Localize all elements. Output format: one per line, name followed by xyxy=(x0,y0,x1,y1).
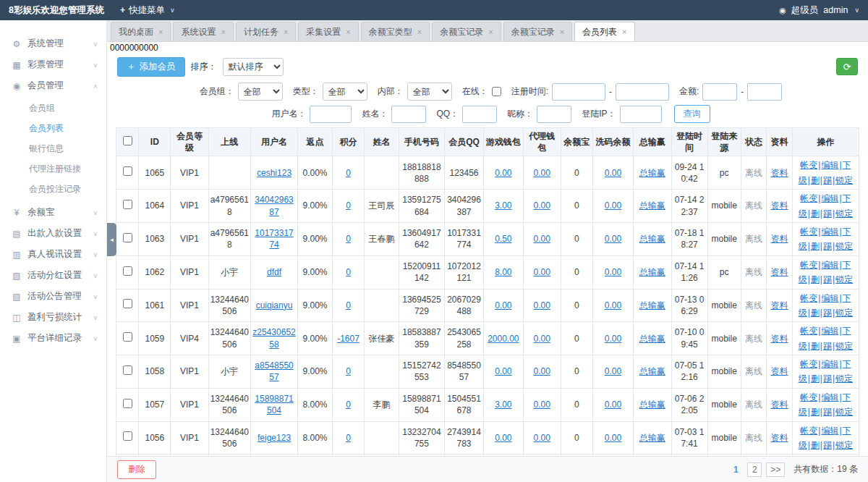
action-kick-link[interactable]: 踢 xyxy=(823,241,832,251)
agent-wallet-link[interactable]: 0.00 xyxy=(534,234,550,244)
close-icon[interactable]: × xyxy=(560,28,564,36)
sidebar-item-lottery[interactable]: ▦彩票管理∨ xyxy=(0,54,106,75)
regtime-end-input[interactable] xyxy=(616,83,669,101)
action-lock-link[interactable]: 锁定 xyxy=(835,440,853,450)
username-link[interactable]: dfdf xyxy=(267,267,281,277)
winloss-link[interactable]: 总输赢 xyxy=(639,234,665,244)
game-wallet-link[interactable]: 0.00 xyxy=(495,300,511,310)
action-delete-link[interactable]: 删 xyxy=(811,440,820,450)
action-delete-link[interactable]: 删 xyxy=(811,175,820,185)
username-link[interactable]: z2543065258 xyxy=(252,327,295,349)
action-edit-link[interactable]: 编辑 xyxy=(821,426,838,436)
close-icon[interactable]: × xyxy=(417,28,422,36)
row-checkbox[interactable] xyxy=(123,200,132,209)
tab-system-settings[interactable]: 系统设置× xyxy=(173,22,233,41)
action-edit-link[interactable]: 编辑 xyxy=(821,359,838,369)
internal-select[interactable]: 全部 xyxy=(407,83,452,101)
close-icon[interactable]: × xyxy=(488,28,493,36)
user-menu[interactable]: ◉ 超级员 admin ∨ xyxy=(779,4,859,17)
winloss-link[interactable]: 总输赢 xyxy=(639,300,665,310)
wash-balance-link[interactable]: 0.00 xyxy=(605,234,621,244)
action-edit-link[interactable]: 编辑 xyxy=(821,260,838,270)
profile-link[interactable]: 资料 xyxy=(771,168,788,178)
action-delete-link[interactable]: 删 xyxy=(811,208,820,219)
name-input[interactable] xyxy=(391,106,426,123)
action-lock-link[interactable]: 锁定 xyxy=(835,274,853,284)
row-checkbox[interactable] xyxy=(123,399,132,408)
username-link[interactable]: a854855057 xyxy=(255,360,293,382)
action-delete-link[interactable]: 删 xyxy=(811,274,820,284)
action-lock-link[interactable]: 锁定 xyxy=(835,208,853,219)
points-link[interactable]: 0 xyxy=(346,433,351,443)
action-delete-link[interactable]: 删 xyxy=(811,308,820,318)
wash-balance-link[interactable]: 0.00 xyxy=(605,399,621,410)
points-link[interactable]: 0 xyxy=(346,366,351,376)
wash-balance-link[interactable]: 0.00 xyxy=(605,334,621,344)
tab-yuebao-records-2[interactable]: 余额宝记录× xyxy=(503,22,572,41)
close-icon[interactable]: × xyxy=(346,28,350,36)
row-checkbox[interactable] xyxy=(123,365,132,375)
tab-collection-settings[interactable]: 采集设置× xyxy=(298,22,358,41)
sidebar-item-live-video[interactable]: ▥真人视讯设置∨ xyxy=(0,244,106,265)
action-account-change-link[interactable]: 帐变 xyxy=(800,293,817,303)
action-kick-link[interactable]: 踢 xyxy=(823,407,832,417)
action-delete-link[interactable]: 删 xyxy=(811,241,820,251)
points-link[interactable]: 0 xyxy=(346,200,351,211)
points-link[interactable]: -1607 xyxy=(337,334,359,344)
sidebar-item-profit-stats[interactable]: ◫盈利亏损统计∨ xyxy=(0,307,106,328)
wash-balance-link[interactable]: 0.00 xyxy=(605,200,621,211)
action-edit-link[interactable]: 编辑 xyxy=(821,392,838,402)
action-delete-link[interactable]: 删 xyxy=(811,373,820,384)
points-link[interactable]: 0 xyxy=(346,399,351,410)
username-link[interactable]: 1017331774 xyxy=(255,228,293,250)
action-account-change-link[interactable]: 帐变 xyxy=(800,227,817,237)
row-checkbox[interactable] xyxy=(123,431,132,441)
agent-wallet-link[interactable]: 0.00 xyxy=(534,168,550,178)
username-link[interactable]: feige123 xyxy=(258,433,291,443)
action-lock-link[interactable]: 锁定 xyxy=(835,175,853,185)
wash-balance-link[interactable]: 0.00 xyxy=(605,366,621,376)
action-account-change-link[interactable]: 帐变 xyxy=(800,260,817,270)
page-next[interactable]: >> xyxy=(766,462,785,477)
wash-balance-link[interactable]: 0.00 xyxy=(605,433,621,443)
sort-select[interactable]: 默认排序 xyxy=(223,58,284,76)
agent-wallet-link[interactable]: 0.00 xyxy=(534,399,550,410)
action-delete-link[interactable]: 删 xyxy=(811,341,820,351)
action-lock-link[interactable]: 锁定 xyxy=(835,341,853,351)
agent-wallet-link[interactable]: 0.00 xyxy=(534,334,550,344)
action-kick-link[interactable]: 踢 xyxy=(823,308,832,318)
sidebar-item-system[interactable]: ⚙系统管理∨ xyxy=(0,33,106,54)
sidebar-subitem-member-bet-records[interactable]: 会员投注记录 xyxy=(0,179,106,199)
action-edit-link[interactable]: 编辑 xyxy=(821,227,838,237)
tab-desktop[interactable]: 我的桌面× xyxy=(111,22,171,41)
profile-link[interactable]: 资料 xyxy=(771,267,788,277)
game-wallet-link[interactable]: 3.00 xyxy=(495,399,511,410)
action-edit-link[interactable]: 编辑 xyxy=(821,193,838,203)
action-account-change-link[interactable]: 帐变 xyxy=(800,160,817,170)
action-account-change-link[interactable]: 帐变 xyxy=(800,193,817,203)
winloss-link[interactable]: 总输赢 xyxy=(639,366,665,376)
action-account-change-link[interactable]: 帐变 xyxy=(800,326,817,336)
row-checkbox[interactable] xyxy=(123,332,132,342)
agent-wallet-link[interactable]: 0.00 xyxy=(534,267,550,277)
profile-link[interactable]: 资料 xyxy=(771,200,788,211)
action-kick-link[interactable]: 踢 xyxy=(823,341,832,351)
points-link[interactable]: 0 xyxy=(346,168,351,178)
row-checkbox[interactable] xyxy=(123,299,132,308)
refresh-button[interactable]: ⟳ xyxy=(836,58,858,75)
tab-member-list[interactable]: 会员列表× xyxy=(574,22,634,41)
close-icon[interactable]: × xyxy=(622,28,626,36)
action-edit-link[interactable]: 编辑 xyxy=(821,160,838,170)
game-wallet-link[interactable]: 0.50 xyxy=(495,234,511,244)
group-select[interactable]: 全部 xyxy=(238,83,283,101)
game-wallet-link[interactable]: 0.00 xyxy=(495,366,511,376)
search-button[interactable]: 查询 xyxy=(674,105,710,123)
action-lock-link[interactable]: 锁定 xyxy=(835,241,853,251)
winloss-link[interactable]: 总输赢 xyxy=(639,334,665,344)
amount-min-input[interactable] xyxy=(702,83,737,101)
qq-input[interactable] xyxy=(462,106,497,123)
username-link[interactable]: ceshi123 xyxy=(257,168,292,178)
winloss-link[interactable]: 总输赢 xyxy=(639,433,665,443)
sidebar-item-members[interactable]: ◉会员管理∧ xyxy=(0,75,106,96)
type-select[interactable]: 全部 xyxy=(323,83,367,101)
